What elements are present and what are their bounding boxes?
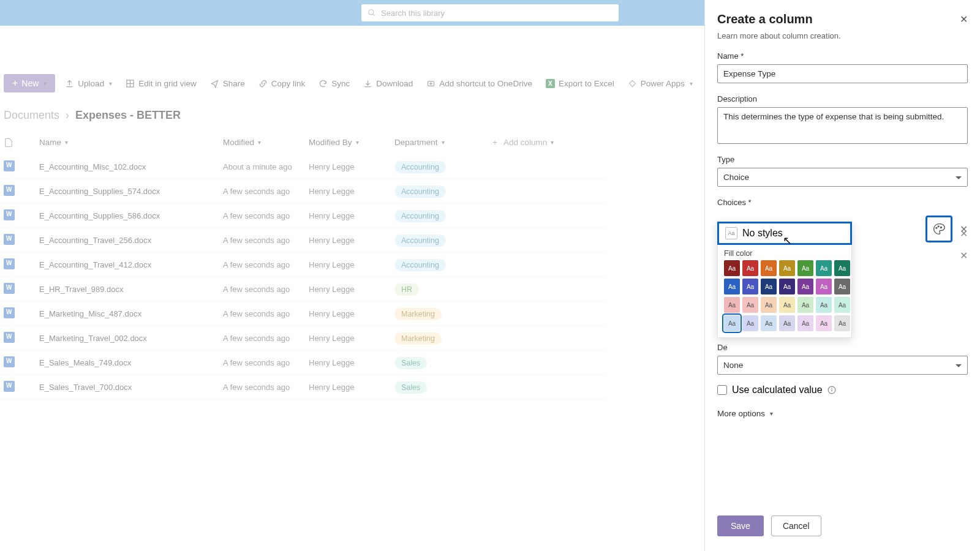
search-input[interactable] <box>381 9 612 18</box>
table-row[interactable]: E_Accounting_Supplies_574.docx A few sec… <box>0 179 606 204</box>
department-pill: Marketing <box>394 308 442 320</box>
export-excel-button[interactable]: XExport to Excel <box>542 77 618 91</box>
type-select[interactable]: Choice <box>717 168 968 187</box>
department-pill: Accounting <box>394 234 446 247</box>
power-apps-button[interactable]: Power Apps▾ <box>624 77 696 91</box>
name-input[interactable] <box>717 64 968 83</box>
color-swatch[interactable]: Aa <box>816 297 832 313</box>
modified-by-cell: Henry Legge <box>309 285 394 294</box>
file-name[interactable]: E_Sales_Travel_700.docx <box>39 383 223 392</box>
department-pill: HR <box>394 283 419 296</box>
panel-hint-link[interactable]: Learn more about column creation. <box>717 31 968 40</box>
file-name[interactable]: E_HR_Travel_989.docx <box>39 285 223 294</box>
color-swatch[interactable]: Aa <box>816 260 832 276</box>
color-swatch[interactable]: Aa <box>834 315 850 331</box>
table-row[interactable]: E_Accounting_Travel_256.docx A few secon… <box>0 228 606 253</box>
fill-color-label: Fill color <box>718 244 851 260</box>
color-swatch[interactable]: Aa <box>724 297 740 313</box>
word-file-icon <box>4 185 15 196</box>
table-row[interactable]: E_Accounting_Supplies_586.docx A few sec… <box>0 204 606 228</box>
file-name[interactable]: E_Accounting_Misc_102.docx <box>39 162 223 171</box>
col-modified[interactable]: Modified▾ <box>223 138 309 147</box>
col-modified-by[interactable]: Modified By▾ <box>309 138 394 147</box>
cancel-button[interactable]: Cancel <box>771 515 821 536</box>
color-swatch[interactable]: Aa <box>761 279 777 294</box>
color-swatch[interactable]: Aa <box>816 315 832 331</box>
color-swatch[interactable]: Aa <box>816 279 832 294</box>
color-swatch[interactable]: Aa <box>797 260 813 276</box>
file-name[interactable]: E_Accounting_Travel_412.docx <box>39 260 223 269</box>
file-name[interactable]: E_Accounting_Travel_256.docx <box>39 236 223 245</box>
svg-line-1 <box>373 14 375 16</box>
more-options-toggle[interactable]: More options▾ <box>717 409 968 418</box>
modified-cell: A few seconds ago <box>223 285 309 294</box>
table-row[interactable]: E_Accounting_Misc_102.docx About a minut… <box>0 155 606 179</box>
remove-choice-icon[interactable]: ✕ <box>960 250 968 261</box>
color-swatch[interactable]: Aa <box>779 315 795 331</box>
department-pill: Accounting <box>394 161 446 173</box>
color-swatch[interactable]: Aa <box>834 260 850 276</box>
remove-choice-icon[interactable]: ✕ <box>960 228 968 239</box>
modified-by-cell: Henry Legge <box>309 383 394 392</box>
file-name[interactable]: E_Marketing_Travel_002.docx <box>39 334 223 343</box>
color-swatch[interactable]: Aa <box>742 279 758 294</box>
breadcrumb-root[interactable]: Documents <box>4 109 59 122</box>
file-name[interactable]: E_Marketing_Misc_487.docx <box>39 309 223 318</box>
file-name[interactable]: E_Sales_Meals_749.docx <box>39 358 223 367</box>
color-swatch[interactable]: Aa <box>761 260 777 276</box>
color-swatch[interactable]: Aa <box>761 297 777 313</box>
copy-link-button[interactable]: Copy link <box>255 77 309 91</box>
file-name[interactable]: E_Accounting_Supplies_586.docx <box>39 211 223 220</box>
modified-cell: A few seconds ago <box>223 211 309 220</box>
col-department[interactable]: Department▾ <box>394 138 492 147</box>
color-swatch[interactable]: Aa <box>779 279 795 294</box>
department-pill: Sales <box>394 381 427 394</box>
description-input[interactable]: This determines the type of expense that… <box>717 107 968 144</box>
save-button[interactable]: Save <box>717 515 764 536</box>
color-swatch[interactable]: Aa <box>742 297 758 313</box>
table-row[interactable]: E_Marketing_Misc_487.docx A few seconds … <box>0 302 606 326</box>
color-swatch[interactable]: Aa <box>797 279 813 294</box>
color-swatch[interactable]: Aa <box>742 260 758 276</box>
color-swatch[interactable]: Aa <box>724 279 740 294</box>
add-column-button[interactable]: Add column▾ <box>492 138 603 147</box>
color-swatch[interactable]: Aa <box>761 315 777 331</box>
color-swatch[interactable]: Aa <box>779 297 795 313</box>
modified-cell: A few seconds ago <box>223 334 309 343</box>
color-swatch[interactable]: Aa <box>797 315 813 331</box>
col-name[interactable]: Name▾ <box>39 138 223 147</box>
no-styles-option[interactable]: Aa No styles <box>717 222 852 245</box>
table-row[interactable]: E_Accounting_Travel_412.docx A few secon… <box>0 253 606 277</box>
download-button[interactable]: Download <box>360 77 417 91</box>
svg-point-8 <box>940 227 941 228</box>
share-button[interactable]: Share <box>206 77 249 91</box>
panel-close-icon[interactable]: ✕ <box>960 13 968 25</box>
default-value-select[interactable]: None <box>717 356 968 375</box>
svg-point-6 <box>936 227 937 228</box>
color-swatch[interactable]: Aa <box>724 260 740 276</box>
color-swatch[interactable]: Aa <box>779 260 795 276</box>
color-swatch[interactable]: Aa <box>742 315 758 331</box>
edit-grid-button[interactable]: Edit in grid view <box>122 77 200 91</box>
table-row[interactable]: E_Sales_Meals_749.docx A few seconds ago… <box>0 351 606 375</box>
upload-button[interactable]: Upload▾ <box>61 77 116 91</box>
add-shortcut-button[interactable]: Add shortcut to OneDrive <box>423 77 536 91</box>
color-swatch[interactable]: Aa <box>797 297 813 313</box>
palette-button[interactable] <box>925 216 952 242</box>
svg-point-7 <box>938 226 939 227</box>
table-row[interactable]: E_Sales_Travel_700.docx A few seconds ag… <box>0 375 606 400</box>
word-file-icon <box>4 356 15 367</box>
choices-label: Choices <box>717 198 968 207</box>
sync-button[interactable]: Sync <box>315 77 353 91</box>
color-swatch[interactable]: Aa <box>724 315 740 331</box>
search-box[interactable] <box>361 4 619 21</box>
word-file-icon <box>4 258 15 269</box>
table-row[interactable]: E_HR_Travel_989.docx A few seconds ago H… <box>0 277 606 302</box>
color-swatch[interactable]: Aa <box>834 279 850 294</box>
file-name[interactable]: E_Accounting_Supplies_574.docx <box>39 187 223 196</box>
calculated-value-checkbox[interactable]: Use calculated value <box>717 384 968 395</box>
file-icon <box>4 138 13 148</box>
new-button[interactable]: +New▾ <box>4 74 55 92</box>
color-swatch[interactable]: Aa <box>834 297 850 313</box>
table-row[interactable]: E_Marketing_Travel_002.docx A few second… <box>0 326 606 351</box>
